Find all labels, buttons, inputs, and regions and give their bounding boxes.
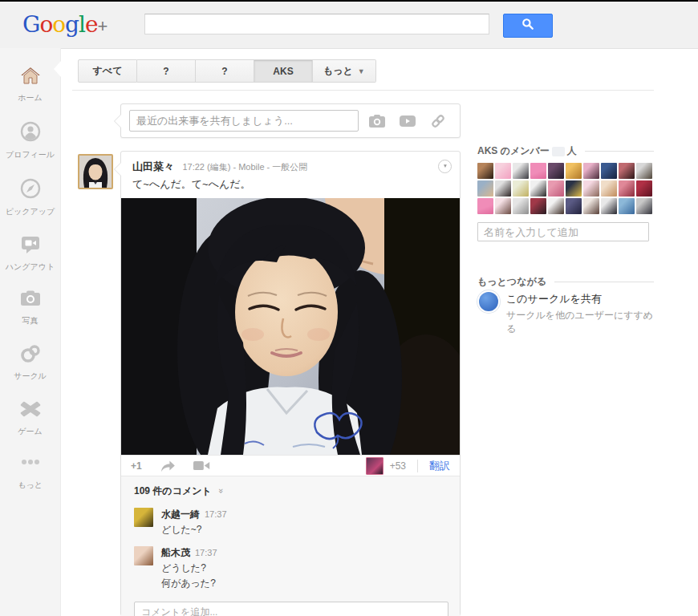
member-avatar[interactable] <box>530 180 546 197</box>
share-post-field[interactable]: 最近の出来事を共有しましょう... <box>129 110 359 132</box>
logo-letter: G <box>22 11 39 38</box>
member-avatar[interactable] <box>636 198 652 214</box>
share-circle-row[interactable]: このサークルを共有 サークルを他のユーザーにすすめる <box>479 292 655 336</box>
comment-timestamp: 17:37 <box>205 509 227 519</box>
member-avatar[interactable] <box>566 180 582 197</box>
member-avatar-logo[interactable] <box>530 163 546 179</box>
comment-author-avatar[interactable] <box>134 546 153 565</box>
search-input[interactable] <box>144 14 489 34</box>
comment-text: どした~? <box>161 523 227 537</box>
member-avatar-logo[interactable] <box>477 198 493 214</box>
sidebar-item-more[interactable]: もっと <box>0 455 60 491</box>
games-icon <box>20 399 41 420</box>
google-plus-logo[interactable]: Google+ <box>22 11 107 38</box>
member-avatar[interactable] <box>566 163 582 179</box>
hangout-video-icon[interactable] <box>193 460 211 472</box>
stream-tabs: すべて??AKSもっと <box>78 59 376 83</box>
member-avatar[interactable] <box>583 180 599 197</box>
sidebar-item-profile[interactable]: プロフィール <box>0 121 60 160</box>
share-circle-subtitle: サークルを他のユーザーにすすめる <box>506 309 655 336</box>
member-avatar[interactable] <box>619 180 635 197</box>
member-avatar[interactable] <box>495 198 511 214</box>
comments-section: 109 件のコメント 水越一綺17:37どした~?船木茂17:37どうした?何が… <box>121 476 460 616</box>
sidebar-item-label: 写真 <box>0 315 60 326</box>
tab-?[interactable]: ? <box>196 59 254 83</box>
member-avatar[interactable] <box>477 163 493 179</box>
search-button[interactable] <box>503 14 553 38</box>
comment-item: 水越一綺17:37どした~? <box>134 508 447 537</box>
sidebar-item-label: ホーム <box>0 92 60 103</box>
plus-one-user-avatar[interactable] <box>366 457 383 475</box>
member-avatar[interactable] <box>513 198 529 214</box>
circles-icon <box>20 344 41 365</box>
tab-label: もっと <box>323 64 353 78</box>
app-header: Google+ <box>0 2 698 49</box>
share-circle-title[interactable]: このサークルを共有 <box>506 292 655 306</box>
post-photo[interactable] <box>121 198 460 455</box>
comment-item: 船木茂17:37どうした?何があった? <box>134 546 447 590</box>
sidebar-item-home[interactable]: ホーム <box>0 66 60 103</box>
member-avatar[interactable] <box>548 180 564 197</box>
content-notch <box>54 61 61 77</box>
member-avatar[interactable] <box>495 180 511 197</box>
member-avatar[interactable] <box>477 180 493 197</box>
comments-count-toggle[interactable]: 109 件のコメント <box>134 484 447 498</box>
tabs-divider <box>72 90 654 91</box>
connect-header: もっとつながる <box>477 275 654 289</box>
member-avatar[interactable] <box>548 198 564 214</box>
member-avatar[interactable] <box>530 198 546 214</box>
sidebar-item-hangout[interactable]: ハングアウト <box>0 235 60 273</box>
member-avatar[interactable] <box>619 163 635 179</box>
member-avatar[interactable] <box>513 180 529 197</box>
tab-AKS[interactable]: AKS <box>254 59 313 83</box>
sidebar-item-games[interactable]: ゲーム <box>0 399 60 437</box>
sidebar-item-label: もっと <box>0 480 60 491</box>
comments-count-label: 109 件のコメント <box>134 485 212 496</box>
tab-すべて[interactable]: すべて <box>78 59 137 83</box>
member-avatar[interactable] <box>636 180 652 197</box>
tab-label: ? <box>221 66 227 77</box>
search-icon <box>521 17 535 34</box>
tab-?[interactable]: ? <box>137 59 196 83</box>
comment-input[interactable] <box>134 602 448 616</box>
tab-もっと[interactable]: もっと <box>313 59 376 83</box>
member-avatar[interactable] <box>495 163 511 179</box>
member-avatar[interactable] <box>601 180 617 197</box>
member-avatar[interactable] <box>601 163 617 179</box>
photos-icon <box>20 290 41 311</box>
post-card-notch <box>115 163 121 176</box>
logo-letter: e <box>85 11 98 38</box>
logo-letter: o <box>52 11 65 38</box>
post-meta: 17:22 (編集) - Mobile - 一般公開 <box>182 162 307 172</box>
comment-text: 何があった? <box>161 577 217 590</box>
member-avatar[interactable] <box>583 198 599 214</box>
translate-link[interactable]: 翻訳 <box>429 459 450 473</box>
members-avatar-grid <box>477 163 655 214</box>
post-author-name[interactable]: 山田菜々 <box>132 160 174 172</box>
member-avatar[interactable] <box>636 163 652 179</box>
plus-one-button[interactable]: +1 <box>131 460 142 472</box>
post-author-avatar[interactable] <box>78 154 113 189</box>
comment-author-avatar[interactable] <box>134 508 153 527</box>
add-photo-icon[interactable] <box>368 114 386 128</box>
add-member-input[interactable] <box>477 222 649 241</box>
member-avatar[interactable] <box>601 198 617 214</box>
divider <box>554 282 654 282</box>
sidebar-item-photos[interactable]: 写真 <box>0 290 60 326</box>
sidebar-item-circles[interactable]: サークル <box>0 344 60 382</box>
add-video-icon[interactable] <box>399 114 416 128</box>
add-link-icon[interactable] <box>429 114 447 128</box>
comment-author-name[interactable]: 水越一綺 <box>161 509 200 520</box>
member-avatar[interactable] <box>583 163 599 179</box>
member-avatar[interactable] <box>513 163 529 179</box>
share-post-icon[interactable] <box>160 460 176 472</box>
comment-timestamp: 17:37 <box>195 548 217 557</box>
sidebar-item-pickup[interactable]: ピックアップ <box>0 178 60 217</box>
member-avatar[interactable] <box>566 198 582 214</box>
tab-label: AKS <box>273 66 293 77</box>
comment-author-name[interactable]: 船木茂 <box>161 547 190 558</box>
member-avatar[interactable] <box>619 198 635 214</box>
member-avatar[interactable] <box>548 163 564 179</box>
logo-plus: + <box>98 16 108 36</box>
post-options-button[interactable] <box>438 160 452 173</box>
